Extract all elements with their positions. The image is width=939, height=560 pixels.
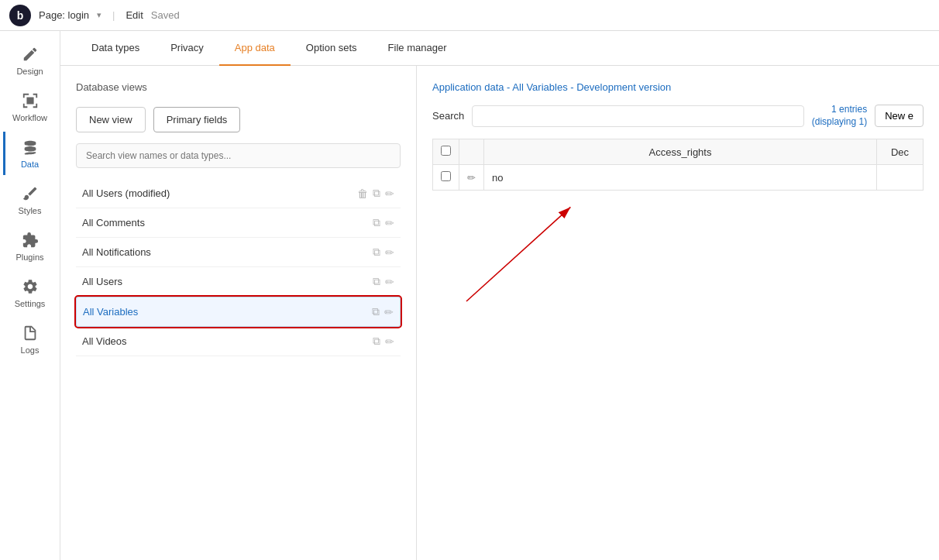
sidebar-item-plugins[interactable]: Plugins xyxy=(3,225,57,268)
sidebar-item-settings-label: Settings xyxy=(15,299,46,308)
sidebar-item-data[interactable]: Data xyxy=(3,132,57,175)
separator: | xyxy=(112,9,115,21)
col-checkbox xyxy=(433,139,459,165)
sidebar-item-plugins-label: Plugins xyxy=(15,253,43,262)
sidebar: Design Workflow Data Styles xyxy=(0,31,60,560)
edit-button[interactable]: Edit xyxy=(126,9,143,21)
tab-app-data[interactable]: App data xyxy=(219,31,291,66)
logs-icon xyxy=(21,324,40,342)
search-label: Search xyxy=(432,110,464,122)
top-bar: b Page: login ▾ | Edit Saved xyxy=(0,0,939,31)
search-view-input[interactable] xyxy=(76,143,401,168)
entries-line2: (displaying 1) xyxy=(812,116,867,129)
right-panel: Application data - All Variables - Devel… xyxy=(417,66,939,560)
db-item-name: All Users xyxy=(82,276,122,287)
edit-icon[interactable]: ✏ xyxy=(385,335,394,348)
db-item-all-users-modified[interactable]: All Users (modified) 🗑 ⧉ ✏ xyxy=(76,179,401,208)
copy-icon[interactable]: ⧉ xyxy=(373,275,380,288)
copy-icon[interactable]: ⧉ xyxy=(372,305,380,318)
logo: b xyxy=(9,5,31,26)
delete-icon[interactable]: 🗑 xyxy=(357,187,368,200)
col-access-rights: Access_rights xyxy=(484,139,877,165)
svg-line-1 xyxy=(466,207,570,301)
search-row: Search 1 entries (displaying 1) New e xyxy=(432,104,924,128)
copy-icon[interactable]: ⧉ xyxy=(373,216,380,229)
db-item-actions: ⧉ ✏ xyxy=(372,305,394,318)
edit-icon[interactable]: ✏ xyxy=(384,306,394,318)
edit-icon[interactable]: ✏ xyxy=(385,217,394,229)
db-item-actions: ⧉ ✏ xyxy=(373,335,394,348)
database-view-list: All Users (modified) 🗑 ⧉ ✏ All Comments xyxy=(76,179,401,356)
db-item-name: All Users (modified) xyxy=(82,187,170,199)
page-dropdown-arrow[interactable]: ▾ xyxy=(97,10,101,20)
select-all-checkbox[interactable] xyxy=(441,146,451,156)
db-item-name: All Videos xyxy=(82,335,127,347)
db-item-all-videos[interactable]: All Videos ⧉ ✏ xyxy=(76,327,401,356)
page-selector[interactable]: Page: login xyxy=(39,9,89,21)
app-data-header: Application data - All Variables - Devel… xyxy=(432,81,924,93)
entries-line1: 1 entries xyxy=(812,104,867,116)
col-edit xyxy=(459,139,484,165)
sidebar-item-styles-label: Styles xyxy=(19,206,42,215)
edit-icon[interactable]: ✏ xyxy=(385,187,394,200)
tab-file-manager[interactable]: File manager xyxy=(373,31,463,66)
db-item-all-comments[interactable]: All Comments ⧉ ✏ xyxy=(76,208,401,238)
row-edit-cell: ✏ xyxy=(459,165,484,191)
db-item-actions: 🗑 ⧉ ✏ xyxy=(357,187,394,200)
edit-icon[interactable]: ✏ xyxy=(385,246,394,259)
col-dec: Dec xyxy=(877,139,924,165)
db-item-name: All Variables xyxy=(83,306,138,318)
db-item-actions: ⧉ ✏ xyxy=(373,216,394,229)
row-edit-icon[interactable]: ✏ xyxy=(467,172,476,184)
new-view-button[interactable]: New view xyxy=(76,107,146,132)
copy-icon[interactable]: ⧉ xyxy=(373,187,380,200)
database-views-title: Database views xyxy=(76,81,401,93)
tab-option-sets[interactable]: Option sets xyxy=(291,31,373,66)
sidebar-item-design-label: Design xyxy=(16,67,43,76)
data-table: Access_rights Dec ✏ xyxy=(432,139,924,191)
sidebar-item-design[interactable]: Design xyxy=(3,39,57,82)
row-checkbox[interactable] xyxy=(441,171,451,181)
sidebar-item-logs[interactable]: Logs xyxy=(3,318,57,361)
db-item-all-notifications[interactable]: All Notifications ⧉ ✏ xyxy=(76,238,401,267)
new-entry-button[interactable]: New e xyxy=(875,105,924,127)
left-panel: Database views New view Primary fields A… xyxy=(60,66,417,560)
search-field[interactable] xyxy=(472,105,804,127)
data-icon xyxy=(21,138,40,156)
db-item-name: All Notifications xyxy=(82,246,151,258)
row-dec-cell xyxy=(877,165,924,191)
edit-icon[interactable]: ✏ xyxy=(385,276,394,288)
row-access-rights-cell: no xyxy=(484,165,877,191)
primary-fields-button[interactable]: Primary fields xyxy=(153,107,241,132)
db-item-actions: ⧉ ✏ xyxy=(373,275,394,288)
db-item-all-variables[interactable]: All Variables ⧉ ✏ xyxy=(76,297,401,327)
tab-privacy[interactable]: Privacy xyxy=(155,31,219,66)
tabs-bar: Data types Privacy App data Option sets … xyxy=(60,31,939,66)
sidebar-item-settings[interactable]: Settings xyxy=(3,271,57,314)
styles-icon xyxy=(21,184,40,203)
copy-icon[interactable]: ⧉ xyxy=(373,335,380,348)
plugins-icon xyxy=(21,231,40,249)
tab-data-types[interactable]: Data types xyxy=(76,31,155,66)
content-area: Database views New view Primary fields A… xyxy=(60,66,939,560)
design-icon xyxy=(21,45,40,64)
row-checkbox-cell xyxy=(433,165,459,191)
saved-status: Saved xyxy=(151,9,180,21)
workflow-icon xyxy=(21,91,40,110)
left-panel-buttons: New view Primary fields xyxy=(76,107,401,132)
table-row: ✏ no xyxy=(433,165,924,191)
sidebar-item-styles[interactable]: Styles xyxy=(3,178,57,222)
settings-icon xyxy=(21,277,40,296)
sidebar-item-workflow-label: Workflow xyxy=(12,113,47,122)
main-content: Data types Privacy App data Option sets … xyxy=(60,31,939,560)
sidebar-item-workflow[interactable]: Workflow xyxy=(3,85,57,129)
sidebar-item-data-label: Data xyxy=(21,160,39,169)
db-item-name: All Comments xyxy=(82,217,145,228)
db-item-all-users[interactable]: All Users ⧉ ✏ xyxy=(76,267,401,297)
copy-icon[interactable]: ⧉ xyxy=(373,246,380,259)
db-item-actions: ⧉ ✏ xyxy=(373,246,394,259)
sidebar-item-logs-label: Logs xyxy=(21,345,40,355)
